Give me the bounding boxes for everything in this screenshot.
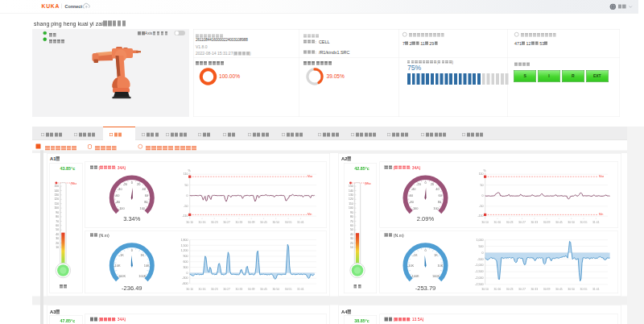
svg-text:20: 20 [431,182,435,186]
svg-text:10K: 10K [437,264,443,268]
svg-text:31:01: 31:01 [592,221,600,224]
svg-text:0: 0 [481,194,483,197]
svg-text:Max: Max [599,175,605,178]
svg-text:30:55: 30:55 [580,221,588,224]
svg-text:-110: -110 [477,214,483,218]
svg-text:31:01: 31:01 [592,288,600,291]
svg-text:30:27: 30:27 [518,288,526,291]
svg-text:100K: 100K [432,274,440,278]
svg-text:0: 0 [481,251,483,255]
svg-text:30:10: 30:10 [481,288,489,291]
svg-text:30:16: 30:16 [494,288,502,291]
svg-text:50: 50 [480,184,483,187]
svg-text:30:10: 30:10 [481,221,489,224]
svg-text:30:39: 30:39 [543,288,551,291]
svg-text:-10K: -10K [407,264,415,268]
svg-text:30:27: 30:27 [518,221,526,224]
svg-text:-40: -40 [411,187,416,191]
svg-text:-1,500: -1,500 [475,270,483,273]
svg-text:-500: -500 [477,258,483,261]
svg-text:-1,000: -1,000 [475,264,483,267]
svg-text:-20: -20 [416,182,421,186]
svg-text:500: 500 [478,245,483,248]
svg-text:1K: 1K [434,253,438,257]
svg-text:30:16: 30:16 [494,221,502,224]
svg-text:40: 40 [436,187,440,191]
svg-text:30:33: 30:33 [530,288,538,291]
svg-text:-80: -80 [409,200,414,204]
svg-text:-50: -50 [479,205,483,208]
svg-text:1,000: 1,000 [476,239,483,242]
svg-text:30:23: 30:23 [506,288,514,291]
svg-text:110: 110 [479,172,484,176]
svg-text:30:50: 30:50 [568,221,575,224]
svg-text:-2,500: -2,500 [475,283,483,286]
svg-text:80: 80 [438,200,442,204]
svg-text:30:23: 30:23 [506,221,514,224]
svg-text:30:55: 30:55 [580,288,588,291]
svg-text:Min: Min [599,213,603,216]
svg-text:100: 100 [433,206,439,210]
svg-text:30:45: 30:45 [555,221,563,224]
svg-text:30:50: 30:50 [568,288,575,291]
svg-text:0: 0 [424,248,427,252]
svg-text:%: % [483,169,486,172]
svg-text:-2,000: -2,000 [475,276,483,280]
svg-text:-100: -100 [412,206,419,210]
svg-text:30:33: 30:33 [530,221,538,224]
svg-text:-100K: -100K [411,274,419,278]
svg-text:0: 0 [424,181,427,185]
svg-text:30:45: 30:45 [555,288,563,291]
svg-text:30:39: 30:39 [543,221,551,224]
svg-text:-60: -60 [409,193,414,197]
svg-text:-1K: -1K [412,253,417,257]
